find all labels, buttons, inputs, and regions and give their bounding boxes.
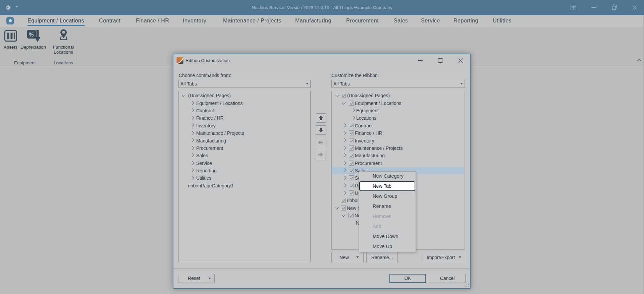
svg-text:%: % xyxy=(29,32,34,38)
